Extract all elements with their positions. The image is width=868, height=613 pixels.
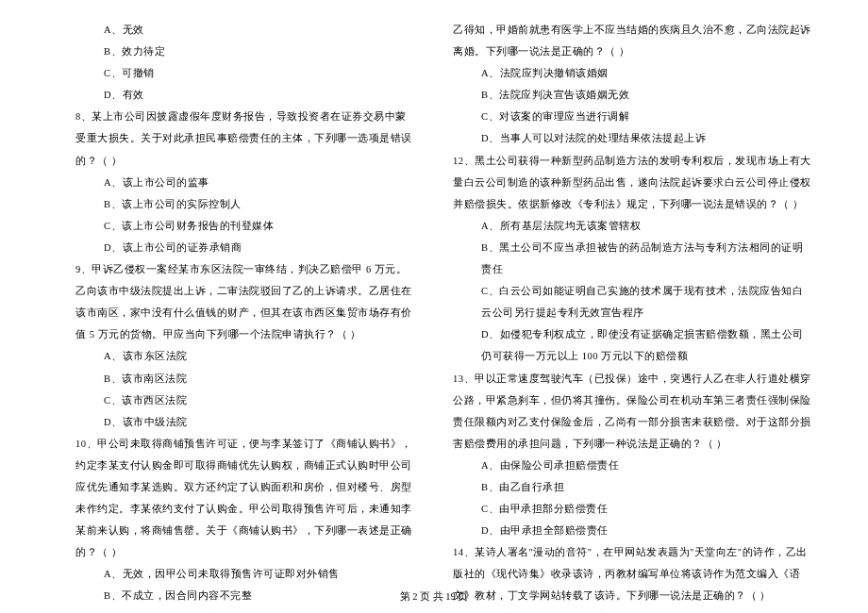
option: B、法院应判决宣告该婚姻无效 — [453, 84, 811, 106]
option: D、该上市公司的证券承销商 — [75, 237, 415, 258]
option: B、效力待定 — [75, 41, 415, 62]
option: D、如侵犯专利权成立，即使没有证据确定损害赔偿数额，黑土公司仍可获得一万元以上 … — [453, 323, 811, 367]
page-footer: 第 2 页 共 19 页 — [0, 590, 868, 604]
option: D、由甲承担全部赔偿责任 — [453, 520, 811, 541]
option: A、该上市公司的监事 — [75, 172, 415, 193]
option: C、由甲承担部分赔偿责任 — [453, 498, 811, 520]
option: B、该上市公司的实际控制人 — [75, 193, 415, 215]
option: A、法院应判决撤销该婚姻 — [453, 62, 811, 84]
option: A、由保险公司承担赔偿责任 — [453, 455, 811, 476]
question-11-cont: 乙得知，甲婚前就患有医学上不应当结婚的疾病且久治不愈，乙向法院起诉离婚。下列哪一… — [453, 19, 811, 62]
option: D、当事人可以对法院的处理结果依法提起上诉 — [453, 127, 811, 149]
question-12: 12、黑土公司获得一种新型药品制造方法的发明专利权后，发现市场上有大量白云公司制… — [453, 150, 811, 215]
option: D、该市中级法院 — [75, 411, 415, 433]
question-13: 13、甲以正常速度驾驶汽车（已投保）途中，突遇行人乙在非人行道处横穿公路，甲紧急… — [453, 368, 811, 455]
option: A、无效，因甲公司未取得预售许可证即对外销售 — [75, 563, 415, 585]
option: A、所有基层法院均无该案管辖权 — [453, 215, 811, 237]
question-8: 8、某上市公司因披露虚假年度财务报告，导致投资者在证券交易中蒙受重大损失。关于对… — [75, 106, 415, 171]
option: B、该市南区法院 — [75, 368, 415, 389]
option: C、对该案的审理应当进行调解 — [453, 106, 811, 127]
right-column: 乙得知，甲婚前就患有医学上不应当结婚的疾病且久治不愈，乙向法院起诉离婚。下列哪一… — [434, 19, 840, 585]
left-column: A、无效 B、效力待定 C、可撤销 D、有效 8、某上市公司因披露虚假年度财务报… — [28, 19, 434, 585]
option: C、可撤销 — [75, 62, 415, 84]
option: C、该上市公司财务报告的刊登媒体 — [75, 215, 415, 237]
option: C、白云公司如能证明自己实施的技术属于现有技术，法院应告知白云公司另行提起专利无… — [453, 280, 811, 323]
option: D、有效 — [75, 84, 415, 106]
option: C、甲公司未履行通知义务，构成根本违约 — [75, 607, 415, 613]
exam-page: A、无效 B、效力待定 C、可撤销 D、有效 8、某上市公司因披露虚假年度财务报… — [0, 0, 868, 613]
option: B、黑土公司不应当承担被告的药品制造方法与专利方法相同的证明责任 — [453, 237, 811, 280]
option: A、该诗人在甲网站署名方式不合法 — [453, 607, 811, 613]
question-10: 10、甲公司未取得商铺预售许可证，便与李某签订了《商铺认购书》，约定李某支付认购… — [75, 433, 415, 564]
option: A、无效 — [75, 19, 415, 41]
option: C、该市西区法院 — [75, 389, 415, 411]
question-9: 9、甲诉乙侵权一案经某市东区法院一审终结，判决乙赔偿甲 6 万元。乙向该市中级法… — [75, 258, 415, 345]
option: B、由乙自行承担 — [453, 476, 811, 498]
option: A、该市东区法院 — [75, 345, 415, 367]
